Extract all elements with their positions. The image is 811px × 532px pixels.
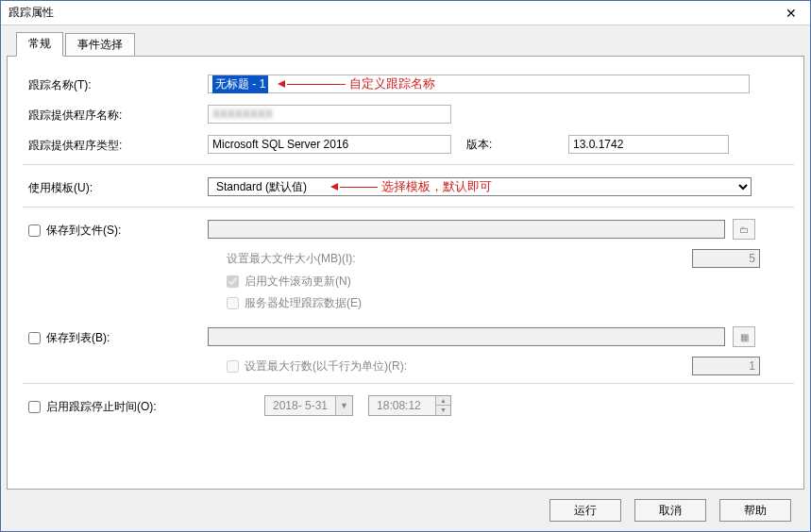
- save-table-input: [208, 327, 725, 346]
- checkbox-save-to-file[interactable]: [28, 224, 41, 237]
- label-save-to-table: 保存到表(B):: [46, 330, 110, 346]
- annotation-trace-name: 自定义跟踪名称: [349, 75, 435, 92]
- version-value: 13.0.1742: [568, 135, 729, 154]
- save-file-path-input: [208, 220, 725, 239]
- stop-date-picker: 2018- 5-31 ▼: [264, 395, 353, 416]
- spinner-icon: ▲▼: [435, 396, 450, 415]
- checkbox-file-rollover: [227, 275, 239, 288]
- trace-name-value: 无标题 - 1: [212, 75, 268, 93]
- table-icon: ▦: [740, 332, 749, 342]
- label-server-process: 服务器处理跟踪数据(E): [245, 295, 362, 311]
- cancel-button[interactable]: 取消: [634, 499, 706, 522]
- window-title: 跟踪属性: [8, 5, 54, 21]
- label-version: 版本:: [466, 137, 561, 153]
- tab-general[interactable]: 常规: [16, 32, 63, 57]
- max-file-size-input: [692, 249, 760, 268]
- arrow-icon: [278, 80, 346, 88]
- dialog-window: 跟踪属性 ✕ 常规 事件选择 跟踪名称(T): 无标题 - 1 自定义跟踪名称: [0, 0, 811, 532]
- divider: [23, 207, 794, 208]
- provider-type-value: Microsoft SQL Server 2016: [208, 135, 451, 154]
- browse-table-button[interactable]: ▦: [733, 326, 755, 347]
- stop-date-value: 2018- 5-31: [265, 399, 335, 412]
- folder-icon: 🗀: [739, 224, 749, 235]
- divider: [23, 383, 794, 384]
- checkbox-server-process: [227, 297, 239, 309]
- label-max-rows: 设置最大行数(以千行为单位)(R):: [245, 358, 528, 374]
- close-button[interactable]: ✕: [772, 1, 810, 25]
- max-rows-input: [692, 357, 760, 375]
- tab-panel-general: 跟踪名称(T): 无标题 - 1 自定义跟踪名称 跟踪提供程序名称: XXXXX…: [7, 56, 804, 490]
- button-bar: 运行 取消 帮助: [7, 490, 804, 525]
- label-stop-time: 启用跟踪停止时间(O):: [46, 399, 157, 415]
- divider: [23, 164, 794, 165]
- browse-file-button[interactable]: 🗀: [733, 219, 755, 240]
- tab-events[interactable]: 事件选择: [65, 33, 135, 57]
- chevron-down-icon: ▼: [335, 396, 352, 415]
- label-provider-type: 跟踪提供程序类型:: [28, 136, 208, 154]
- stop-time-value: 18:08:12: [369, 399, 435, 412]
- run-button[interactable]: 运行: [549, 499, 621, 522]
- checkbox-save-to-table[interactable]: [28, 332, 41, 344]
- label-provider-name: 跟踪提供程序名称:: [28, 106, 208, 124]
- label-use-template: 使用模板(U):: [28, 178, 208, 196]
- help-button[interactable]: 帮助: [719, 499, 791, 522]
- checkbox-max-rows: [227, 360, 239, 373]
- client-area: 常规 事件选择 跟踪名称(T): 无标题 - 1 自定义跟踪名称: [1, 25, 810, 531]
- label-save-to-file: 保存到文件(S):: [46, 223, 121, 239]
- close-icon: ✕: [786, 6, 797, 21]
- provider-name-value: XXXXXXXX: [208, 105, 451, 124]
- tabs: 常规 事件选择: [7, 31, 804, 56]
- titlebar: 跟踪属性 ✕: [1, 1, 810, 25]
- trace-name-input[interactable]: 无标题 - 1 自定义跟踪名称: [208, 75, 750, 93]
- template-select[interactable]: Standard (默认值): [208, 177, 752, 196]
- label-file-rollover: 启用文件滚动更新(N): [245, 274, 351, 290]
- checkbox-stop-time[interactable]: [28, 401, 41, 413]
- stop-time-picker: 18:08:12 ▲▼: [368, 395, 451, 416]
- label-trace-name: 跟踪名称(T):: [28, 75, 208, 93]
- label-max-file-size: 设置最大文件大小(MB)(I):: [227, 251, 510, 267]
